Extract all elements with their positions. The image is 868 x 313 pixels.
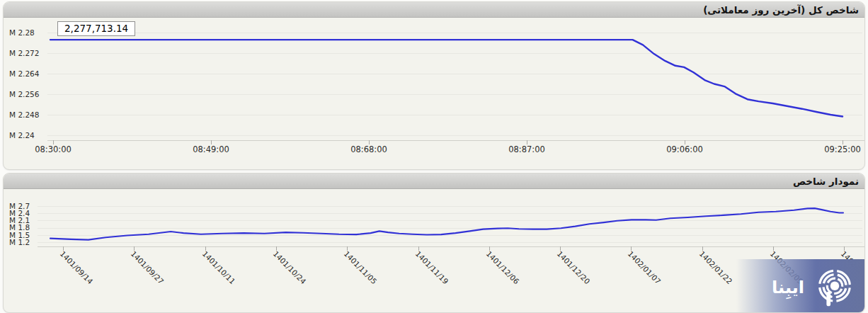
y-axis-label: M 2.264 [9,70,39,78]
x-axis-time-label: 08:87:00 [497,144,556,154]
gridline [47,53,862,54]
gridline [38,235,862,236]
y-axis-label: M 2.248 [9,111,39,119]
x-axis-date-label: 1402/01/07 [627,249,663,285]
x-axis-time-label: 08:49:00 [181,144,241,154]
gridline [47,94,862,95]
gridline [47,135,862,136]
x-axis-time-label: 09:06:00 [655,144,714,154]
x-axis-time-label: 09:25:00 [813,144,865,154]
x-axis-date-label: 1401/11/05 [343,249,379,285]
x-axis-date-label: 1402/01/22 [698,249,734,285]
x-axis-time-label: 08:68:00 [339,144,399,154]
gridline [38,213,862,214]
last-value-badge: 2,277,713.14 [57,21,135,36]
x-axis-date-label: 1401/12/20 [556,249,592,285]
intraday-chart-panel: شاخص کل (آخرین روز معاملاتی) M 2.28M 2.2… [3,1,865,170]
x-axis-date-label: 1401/10/24 [272,249,308,285]
history-chart-panel: نمودار شاخص M 2.7M 2.4M 2.1M 1.8M 1.5M 1… [3,173,865,313]
x-axis-date-label: 1401/09/27 [130,249,166,285]
x-axis-line [47,140,864,141]
ibena-logo-icon [816,267,854,308]
ibena-watermark: ایبِنا [736,259,864,312]
y-axis-label: M 2.28 [9,29,35,37]
x-axis-date-label: 1401/11/19 [414,249,450,285]
y-axis-label: M 2.272 [9,50,39,57]
gridline [38,228,862,229]
y-axis-label: M 2.24 [9,132,35,140]
x-axis-date-label: 1401/09/14 [59,249,95,285]
x-axis-line [38,246,864,247]
x-axis-time-label: 08:30:00 [23,144,83,154]
gridline [38,220,862,221]
gridline [38,206,862,207]
ibena-brand-text: ایبِنا [760,278,816,297]
index-charts-screen: شاخص کل (آخرین روز معاملاتی) M 2.28M 2.2… [0,0,868,313]
gridline [47,74,862,74]
y-axis-label: M 2.256 [9,91,39,98]
history-plot-area[interactable]: M 2.7M 2.4M 2.1M 1.8M 1.5M 1.21401/09/14… [4,173,864,312]
x-axis-date-label: 1401/10/11 [201,249,237,285]
y-axis-label: M 1.2 [9,239,30,246]
gridline [47,33,862,33]
gridline [38,242,862,243]
gridline [47,115,862,115]
x-axis-date-label: 1401/12/06 [485,249,521,285]
